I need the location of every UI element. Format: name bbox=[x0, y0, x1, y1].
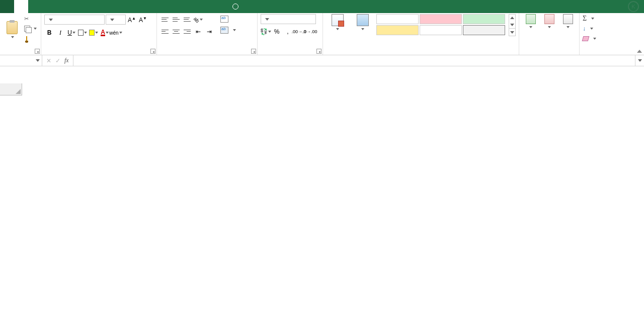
dialog-launcher[interactable] bbox=[316, 49, 321, 54]
italic-button[interactable]: I bbox=[55, 28, 65, 38]
name-box[interactable] bbox=[0, 55, 42, 66]
align-right-icon bbox=[183, 28, 192, 35]
chevron-down-icon bbox=[72, 32, 75, 34]
group-alignment: ab ⇤ ⇥ bbox=[157, 13, 258, 55]
align-left-button[interactable] bbox=[160, 27, 170, 37]
style-link[interactable] bbox=[420, 25, 462, 35]
chevron-down-icon bbox=[119, 32, 122, 34]
font-color-button[interactable]: A bbox=[100, 28, 110, 38]
fx-button[interactable]: fx bbox=[64, 57, 69, 64]
chevron-down-icon bbox=[34, 28, 37, 30]
accounting-button[interactable]: 💱 bbox=[261, 27, 271, 37]
style-calc[interactable] bbox=[463, 25, 505, 35]
format-table-button[interactable] bbox=[351, 14, 374, 30]
paste-icon bbox=[7, 21, 18, 34]
tab-file[interactable] bbox=[0, 0, 14, 13]
group-number: 💱 % , .00→.0 .0→.00 bbox=[258, 13, 323, 55]
align-top-icon bbox=[160, 16, 170, 23]
copy-icon bbox=[24, 26, 30, 32]
fill-button[interactable]: ↓ bbox=[583, 24, 596, 33]
align-middle-button[interactable] bbox=[171, 15, 181, 25]
clear-button[interactable] bbox=[583, 34, 596, 43]
tab-data[interactable] bbox=[85, 0, 99, 13]
align-right-button[interactable] bbox=[182, 27, 192, 37]
tab-baidu[interactable] bbox=[211, 0, 225, 13]
select-all-corner[interactable] bbox=[0, 83, 22, 95]
align-left-icon bbox=[160, 28, 170, 35]
style-good[interactable] bbox=[463, 14, 505, 24]
collapse-ribbon-button[interactable] bbox=[637, 50, 642, 53]
tab-formulas[interactable] bbox=[70, 0, 85, 13]
chevron-down-icon bbox=[593, 38, 596, 40]
tab-developer[interactable] bbox=[127, 0, 141, 13]
cancel-formula-button[interactable]: ✕ bbox=[46, 57, 51, 64]
wrap-text-button[interactable] bbox=[218, 14, 238, 24]
decrease-decimal-button[interactable]: .0→.00 bbox=[305, 27, 315, 37]
increase-font-button[interactable]: A▲ bbox=[127, 15, 137, 25]
align-bottom-button[interactable] bbox=[182, 15, 192, 25]
style-neutral[interactable] bbox=[376, 25, 419, 35]
format-icon bbox=[563, 14, 573, 24]
font-size-combo[interactable] bbox=[106, 15, 126, 25]
underline-button[interactable]: U bbox=[66, 28, 76, 38]
phonetic-button[interactable]: wén bbox=[111, 28, 121, 38]
chevron-down-icon bbox=[233, 29, 236, 31]
autosum-button[interactable]: Σ bbox=[583, 14, 596, 23]
align-center-button[interactable] bbox=[171, 27, 181, 37]
decrease-decimal-icon: .0→.00 bbox=[302, 29, 317, 34]
chevron-down-icon bbox=[510, 31, 514, 34]
tab-acrobat[interactable] bbox=[169, 0, 183, 13]
tab-view[interactable] bbox=[113, 0, 127, 13]
dialog-launcher[interactable] bbox=[251, 49, 256, 54]
tab-review[interactable] bbox=[99, 0, 113, 13]
chevron-down-icon bbox=[590, 28, 593, 30]
chevron-down-icon bbox=[106, 32, 109, 34]
style-bad[interactable] bbox=[420, 14, 462, 24]
bold-button[interactable]: B bbox=[44, 28, 54, 38]
copy-button[interactable] bbox=[23, 24, 38, 33]
border-icon bbox=[78, 30, 84, 36]
tab-team[interactable] bbox=[197, 0, 211, 13]
group-label-font bbox=[44, 47, 153, 55]
dialog-launcher[interactable] bbox=[150, 49, 155, 54]
delete-cells-button[interactable] bbox=[541, 14, 557, 28]
decrease-indent-icon: ⇤ bbox=[196, 28, 201, 35]
currency-icon: 💱 bbox=[260, 28, 268, 35]
decrease-font-button[interactable]: A▼ bbox=[138, 15, 148, 25]
orientation-button[interactable]: ab bbox=[193, 15, 203, 25]
group-label-cells bbox=[522, 47, 576, 55]
tab-layout[interactable] bbox=[56, 0, 70, 13]
align-top-button[interactable] bbox=[160, 15, 170, 25]
formula-input[interactable] bbox=[73, 55, 635, 66]
format-painter-button[interactable] bbox=[23, 34, 38, 43]
dialog-launcher[interactable] bbox=[35, 49, 40, 54]
paste-button[interactable] bbox=[3, 14, 21, 45]
fill-color-button[interactable] bbox=[89, 28, 99, 38]
tab-draw[interactable] bbox=[42, 0, 56, 13]
scissors-icon: ✂ bbox=[24, 16, 29, 22]
tab-insert[interactable] bbox=[28, 0, 42, 13]
format-cells-button[interactable] bbox=[559, 14, 576, 28]
cut-button[interactable]: ✂ bbox=[23, 14, 38, 23]
comma-icon: , bbox=[287, 28, 288, 35]
border-button[interactable] bbox=[77, 28, 88, 38]
gallery-scroll[interactable] bbox=[509, 14, 516, 36]
tab-powerpivot[interactable] bbox=[183, 0, 197, 13]
expand-formula-bar-button[interactable] bbox=[635, 55, 644, 66]
number-format-combo[interactable] bbox=[261, 14, 316, 24]
spacer bbox=[0, 66, 644, 83]
chevron-down-icon bbox=[336, 28, 339, 30]
style-normal[interactable] bbox=[376, 14, 419, 24]
decrease-indent-button[interactable]: ⇤ bbox=[193, 27, 203, 37]
conditional-format-button[interactable] bbox=[326, 14, 349, 30]
merge-center-button[interactable] bbox=[218, 25, 238, 35]
tab-help[interactable] bbox=[141, 0, 155, 13]
tab-home[interactable] bbox=[14, 0, 28, 13]
insert-cells-button[interactable] bbox=[522, 14, 539, 28]
percent-button[interactable]: % bbox=[272, 27, 282, 37]
font-name-combo[interactable] bbox=[44, 15, 105, 25]
increase-indent-button[interactable]: ⇥ bbox=[204, 27, 214, 37]
tab-pdf[interactable] bbox=[155, 0, 169, 13]
tell-me[interactable] bbox=[225, 0, 249, 13]
enter-formula-button[interactable]: ✓ bbox=[55, 57, 60, 64]
